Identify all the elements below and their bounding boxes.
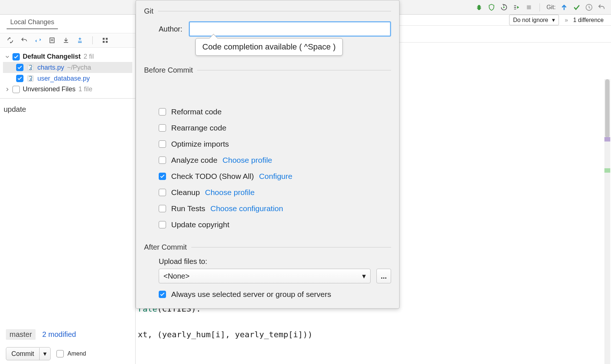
opt-cleanup-label: Cleanup (171, 188, 200, 197)
ignore-whitespace-value: Do not ignore (513, 17, 548, 23)
diff-marker-changed[interactable] (604, 137, 610, 141)
commit-button[interactable]: Commit ▾ (6, 347, 51, 360)
opt-rearrange-label: Rearrange code (171, 124, 227, 132)
modified-count[interactable]: 2 modified (42, 330, 76, 339)
choose-configuration-link[interactable]: Choose configuration (210, 204, 283, 213)
unversioned-count: 1 file (78, 85, 92, 93)
history-icon[interactable] (585, 3, 593, 11)
group-icon[interactable] (102, 37, 109, 44)
shield-icon[interactable] (487, 3, 496, 11)
checkbox-always-use-server[interactable] (159, 291, 166, 298)
chevron-right-icon (5, 87, 10, 92)
checkbox-file[interactable] (16, 64, 23, 71)
checkbox-file[interactable] (16, 75, 23, 82)
opt-check-todo-label: Check TODO (Show All) (171, 172, 254, 181)
opt-analyze-label: Analyze code (171, 156, 217, 165)
commit-button-label[interactable]: Commit (6, 348, 40, 360)
refresh-icon[interactable] (7, 37, 14, 44)
tree-file-row[interactable]: user_database.py (3, 73, 132, 84)
commit-button-dropdown[interactable]: ▾ (40, 348, 50, 360)
file-name-label: user_database.py (37, 75, 90, 82)
opt-copyright-label: Update copyright (171, 220, 229, 229)
ignore-whitespace-dropdown[interactable]: Do not ignore ▾ (509, 15, 559, 25)
choose-profile-link[interactable]: Choose profile (222, 156, 272, 165)
checkbox-unversioned[interactable] (12, 86, 20, 93)
chevron-down-icon (5, 55, 10, 59)
chevron-down-icon: ▾ (552, 16, 555, 23)
configure-link[interactable]: Configure (259, 172, 292, 181)
undo-icon[interactable] (21, 37, 28, 44)
git-section-label: Git (144, 7, 154, 15)
checkbox-optimize[interactable] (159, 140, 166, 148)
file-path-label: ~/Pycha (67, 64, 91, 71)
checkbox-amend[interactable] (56, 350, 64, 357)
svg-point-8 (29, 65, 30, 66)
unversioned-label: Unversioned Files (23, 85, 76, 93)
completion-hint: Code completion available ( ^Space ) (195, 38, 343, 56)
checkbox-check-todo[interactable] (159, 173, 166, 180)
before-commit-label: Before Commit (144, 66, 193, 74)
opt-run-tests-label: Run Tests (171, 204, 205, 213)
author-input[interactable] (189, 21, 391, 37)
changelist-icon[interactable] (76, 37, 84, 44)
diff-marker-added[interactable] (604, 168, 610, 173)
svg-rect-3 (103, 38, 104, 40)
checkbox-run-tests[interactable] (159, 205, 166, 212)
update-icon[interactable] (560, 3, 568, 11)
checkbox-default-changelist[interactable] (12, 53, 20, 60)
chevron-down-icon: ▾ (362, 272, 366, 280)
author-label: Author: (159, 25, 182, 33)
git-label: Git: (546, 4, 556, 11)
tree-changelist-row[interactable]: Default Changelist 2 fil (3, 51, 132, 62)
sync-icon[interactable] (34, 37, 42, 44)
default-changelist-label: Default Changelist (23, 53, 81, 60)
rollback-icon[interactable] (597, 3, 606, 11)
step-icon[interactable] (512, 3, 520, 11)
svg-rect-5 (103, 41, 104, 43)
checkbox-copyright[interactable] (159, 221, 166, 228)
shelve-icon[interactable] (62, 37, 70, 44)
bug-icon[interactable] (475, 3, 483, 11)
checkbox-cleanup[interactable] (159, 189, 166, 196)
stop-icon[interactable] (525, 3, 533, 11)
python-file-icon (26, 74, 34, 82)
difference-count: 1 difference (573, 17, 604, 23)
amend-label: Amend (67, 350, 86, 357)
default-changelist-count: 2 fil (84, 53, 94, 60)
commit-message-input[interactable]: update (0, 98, 135, 327)
manage-servers-button[interactable]: ... (376, 269, 391, 283)
always-use-label: Always use selected server or group of s… (171, 290, 331, 299)
expand-icon[interactable]: » (565, 17, 567, 23)
upload-server-dropdown[interactable]: <None> ▾ (159, 269, 371, 283)
upload-label: Upload files to: (159, 257, 391, 266)
opt-optimize-label: Optimize imports (171, 140, 229, 148)
commit-options-popup: Git Author: Code completion available ( … (136, 0, 400, 309)
python-file-icon (26, 63, 34, 71)
choose-profile-link-2[interactable]: Choose profile (205, 188, 254, 197)
rerun-icon[interactable] (500, 3, 508, 11)
svg-rect-4 (106, 38, 108, 40)
tree-file-row[interactable]: charts.py ~/Pycha (3, 62, 132, 73)
tree-unversioned-row[interactable]: Unversioned Files 1 file (3, 84, 132, 95)
checkbox-analyze[interactable] (159, 157, 166, 164)
diff-icon[interactable] (48, 37, 56, 44)
svg-rect-6 (106, 41, 108, 43)
file-name-label: charts.py (37, 64, 64, 71)
checkbox-reformat[interactable] (159, 108, 166, 115)
after-commit-label: After Commit (144, 243, 187, 251)
svg-rect-0 (527, 5, 531, 9)
commit-icon[interactable] (573, 3, 581, 11)
branch-badge[interactable]: master (6, 329, 36, 340)
checkbox-rearrange[interactable] (159, 124, 166, 132)
upload-server-value: <None> (163, 272, 189, 280)
svg-point-10 (29, 76, 30, 77)
opt-reformat-label: Reformat code (171, 107, 222, 116)
tab-local-changes[interactable]: Local Changes (7, 18, 58, 29)
